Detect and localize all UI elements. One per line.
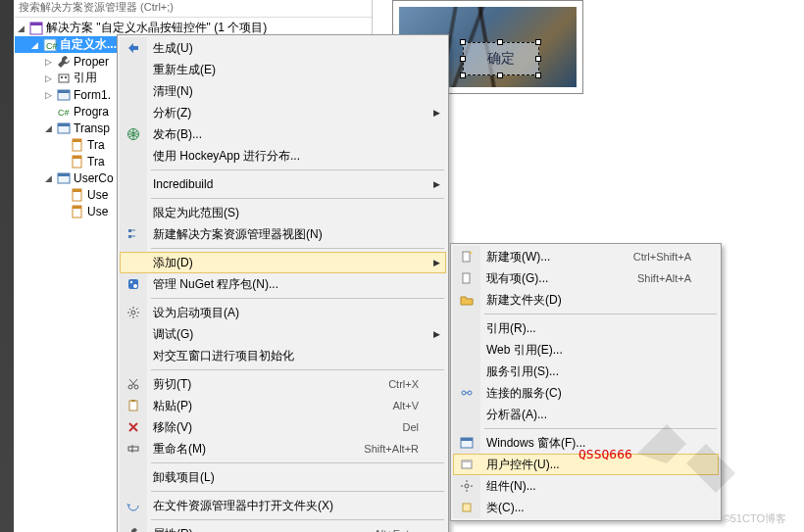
svg-point-28 [131,311,135,314]
resize-handle[interactable] [497,39,503,45]
menu-label: 使用 HockeyApp 进行分布... [153,148,419,165]
resize-handle[interactable] [535,56,541,62]
menu-remove[interactable]: 移除(V)Del [120,416,446,438]
menu-separator [151,248,444,249]
resize-handle[interactable] [535,39,541,45]
menu-cut[interactable]: 剪切(T)Ctrl+X [120,373,446,395]
menu-incredibuild[interactable]: Incredibuild▶ [120,173,446,195]
menu-rename[interactable]: 重命名(M)Shift+Alt+R [120,438,446,459]
menu-label: 管理 NuGet 程序包(N)... [153,276,419,293]
open-folder-icon [126,498,141,513]
resize-handle[interactable] [460,56,466,62]
svg-rect-8 [58,90,70,93]
menu-nuget[interactable]: 管理 NuGet 程序包(N)... [120,273,446,295]
menu-rebuild[interactable]: 重新生成(E) [120,59,446,80]
menu-new-item[interactable]: 新建项(W)...Ctrl+Shift+A [453,246,719,267]
svg-point-36 [462,391,466,395]
expand-icon[interactable] [42,57,54,67]
menu-separator [151,369,444,370]
svg-rect-17 [58,173,70,176]
svg-rect-4 [59,74,69,82]
svg-rect-35 [463,273,470,283]
selected-button[interactable]: 确定 [463,42,539,75]
menu-build[interactable]: 生成(U) [120,37,446,59]
csproj-icon: C# [42,37,58,53]
solution-search[interactable]: 搜索解决方案资源管理器 (Ctrl+;) [15,0,372,18]
menu-label: 重命名(M) [153,441,364,458]
menu-hockeyapp[interactable]: 使用 HockeyApp 进行分布... [120,145,446,167]
menu-existing-item[interactable]: 现有项(G)...Shift+Alt+A [453,267,719,289]
menu-connected-service[interactable]: 连接的服务(C) [453,382,719,404]
svg-rect-34 [463,252,470,262]
menu-clean[interactable]: 清理(N) [120,80,446,102]
expand-icon[interactable] [42,90,54,100]
shortcut: Ctrl+Shift+A [633,251,691,263]
menu-debug[interactable]: 调试(G)▶ [120,323,446,345]
submenu-arrow-icon: ▶ [433,108,440,118]
menu-label: 限定为此范围(S) [153,205,419,221]
menu-newview[interactable]: 新建解决方案资源管理器视图(N) [120,223,446,245]
svg-rect-41 [462,460,472,462]
designer-file-icon [70,204,85,219]
user-control-icon [459,457,475,472]
menu-paste[interactable]: 粘贴(P)Alt+V [120,395,446,416]
designer-file-icon [70,154,85,169]
menu-class[interactable]: 类(C)... [453,497,719,518]
expand-icon[interactable] [42,123,54,133]
expand-icon[interactable] [42,73,54,83]
menu-open-folder[interactable]: 在文件资源管理器中打开文件夹(X) [120,495,446,516]
svg-text:C#: C# [58,108,70,118]
tree-label: 自定义水... [60,36,117,53]
menu-interactive[interactable]: 对交互窗口进行项目初始化 [120,345,446,366]
menu-startup[interactable]: 设为启动项目(A) [120,302,446,323]
menu-label: 现有项(G)... [486,270,637,287]
menu-add[interactable]: 添加(D)▶ [120,252,446,273]
new-item-icon [459,249,475,265]
menu-unload[interactable]: 卸载项目(L) [120,466,446,488]
existing-item-icon [459,270,475,286]
tree-label: Tra [87,138,105,152]
menu-web-reference[interactable]: Web 引用(E)... [453,339,719,361]
resize-handle[interactable] [497,73,503,78]
resize-handle[interactable] [460,39,466,45]
menu-label: Incredibuild [153,177,419,191]
form-icon [56,170,72,186]
menu-label: 新建文件夹(D) [486,292,691,309]
menu-scope[interactable]: 限定为此范围(S) [120,202,446,223]
expand-icon[interactable] [28,40,40,50]
svg-rect-1 [30,23,42,25]
svg-rect-39 [461,438,473,441]
menu-properties[interactable]: 属性(R)Alt+Enter [120,523,446,532]
designer-file-icon [70,187,85,203]
form-icon [459,435,475,451]
gear-icon [126,305,141,320]
svg-rect-31 [129,401,137,411]
menu-publish[interactable]: 发布(B)... [120,123,446,145]
svg-rect-23 [128,229,131,232]
menu-label: 重新生成(E) [153,62,419,78]
references-icon [56,71,72,86]
svg-rect-33 [128,447,138,451]
resize-handle[interactable] [535,73,541,78]
submenu-arrow-icon: ▶ [433,329,440,339]
menu-label: 设为启动项目(A) [153,305,419,321]
connected-service-icon [459,385,475,401]
tree-label: Form1. [74,88,111,102]
menu-analyze[interactable]: 分析(Z)▶ [120,102,446,123]
expand-icon[interactable] [15,24,26,33]
expand-icon[interactable] [42,173,54,183]
menu-service-reference[interactable]: 服务引用(S)... [453,361,719,382]
menu-label: 服务引用(S)... [486,363,691,380]
delete-icon [126,419,141,435]
menu-new-folder[interactable]: 新建文件夹(D) [453,289,719,311]
menu-separator [151,169,444,170]
menu-label: 清理(N) [153,83,419,100]
menu-reference[interactable]: 引用(R)... [453,317,719,339]
shortcut: Shift+Alt+R [364,443,419,455]
globe-icon [126,126,141,142]
resize-handle[interactable] [460,73,466,78]
tree-label: Proper [74,55,109,69]
menu-label: Web 引用(E)... [486,342,691,359]
menu-separator [151,491,444,492]
menu-label: 属性(R) [153,526,374,533]
